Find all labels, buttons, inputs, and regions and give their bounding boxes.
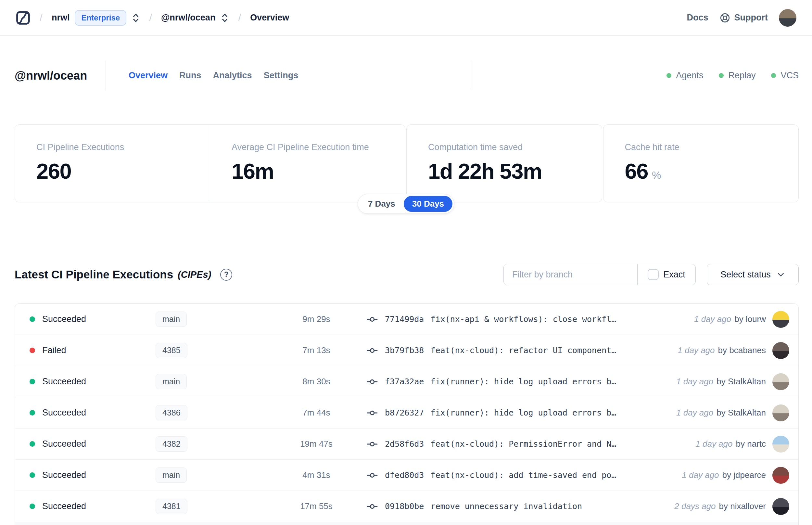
exact-label[interactable]: Exact bbox=[663, 270, 685, 280]
help-icon[interactable]: ? bbox=[220, 269, 232, 281]
author-label: by jdpearce bbox=[722, 470, 766, 480]
status-label: Succeeded bbox=[42, 470, 86, 480]
tab-runs[interactable]: Runs bbox=[179, 71, 201, 80]
status-dot-icon bbox=[667, 73, 671, 78]
cipe-row[interactable]: Succeeded main 4m 31s dfed80d3feat(nx-cl… bbox=[15, 460, 798, 491]
commit-cell: 771499dafix(nx-api & workflows): close w… bbox=[367, 314, 694, 325]
section-title: Latest CI Pipeline Executions bbox=[15, 268, 173, 281]
duration-cell: 19m 47s bbox=[250, 439, 367, 449]
status-dot-icon bbox=[30, 504, 35, 509]
duration-label: 9m 29s bbox=[302, 314, 330, 324]
stat-value: 16m bbox=[232, 160, 395, 182]
git-commit-icon bbox=[367, 407, 378, 418]
enterprise-badge: Enterprise bbox=[75, 10, 126, 26]
time-ago-label: 1 day ago bbox=[682, 470, 719, 480]
duration-cell: 7m 13s bbox=[250, 345, 367, 356]
service-label: Replay bbox=[728, 71, 755, 80]
support-label: Support bbox=[734, 13, 768, 23]
user-avatar[interactable] bbox=[779, 9, 796, 27]
commit-hash: 0918b0be bbox=[385, 501, 424, 511]
branch-badge: 4385 bbox=[156, 343, 187, 358]
commit-cell: dfed80d3feat(nx-cloud): add time-saved e… bbox=[367, 470, 682, 481]
lifebuoy-icon bbox=[719, 12, 731, 24]
duration-cell: 8m 30s bbox=[250, 376, 367, 387]
divider bbox=[472, 61, 472, 91]
top-nav: / nrwl Enterprise / @nrwl/ocean / Overvi… bbox=[0, 0, 812, 36]
status-dot-icon bbox=[719, 73, 724, 78]
date-range-toggle: 7 Days30 Days bbox=[357, 194, 455, 214]
unfold-chevrons-icon bbox=[220, 13, 229, 23]
cipe-row[interactable]: Failed 4385 7m 13s 3b79fb38feat(nx-cloud… bbox=[15, 335, 798, 366]
author-label: by lourw bbox=[734, 314, 766, 324]
commit-cell: 2d58f6d3feat(nx-cloud): PermissionError … bbox=[367, 439, 695, 450]
commit-hash: 2d58f6d3 bbox=[385, 439, 424, 449]
app-logo[interactable] bbox=[16, 10, 31, 25]
tab-analytics[interactable]: Analytics bbox=[213, 71, 252, 80]
commit-text: dfed80d3feat(nx-cloud): add time-saved e… bbox=[385, 470, 616, 480]
commit-cell: b8726327fix(runner): hide log upload err… bbox=[367, 407, 676, 418]
commit-hash: b8726327 bbox=[385, 408, 424, 418]
commit-hash: f37a32ae bbox=[385, 377, 424, 386]
author-avatar bbox=[772, 436, 789, 452]
status-select[interactable]: Select status bbox=[707, 264, 799, 285]
duration-label: 7m 44s bbox=[302, 408, 330, 418]
workspace-selector[interactable]: @nrwl/ocean bbox=[161, 13, 229, 23]
cipe-row[interactable]: Succeeded 4381 17m 55s 0918b0beremove un… bbox=[15, 491, 798, 522]
stat-value: 66% bbox=[625, 160, 789, 182]
range-option-30-days[interactable]: 30 Days bbox=[404, 196, 453, 212]
branch-cell: main bbox=[156, 467, 250, 483]
branch-cell: 4382 bbox=[156, 436, 250, 452]
cipe-row[interactable]: Succeeded 4386 7m 44s b8726327fix(runner… bbox=[15, 397, 798, 429]
duration-label: 8m 30s bbox=[302, 376, 330, 387]
duration-cell: 17m 55s bbox=[250, 501, 367, 511]
service-status-vcs[interactable]: VCS bbox=[771, 71, 799, 80]
status-dot-icon bbox=[30, 348, 35, 353]
git-commit-icon bbox=[367, 345, 378, 356]
status-cell: Failed bbox=[15, 345, 156, 356]
range-option-7-days[interactable]: 7 Days bbox=[359, 196, 404, 212]
meta-cell: 1 day ago by nartc bbox=[695, 436, 798, 452]
docs-link[interactable]: Docs bbox=[687, 13, 708, 23]
meta-cell: 1 day ago by StalkAltan bbox=[676, 404, 798, 421]
status-dot-icon bbox=[30, 441, 35, 447]
branch-badge: main bbox=[156, 467, 187, 483]
author-label: by StalkAltan bbox=[717, 408, 766, 418]
page-title: @nrwl/ocean bbox=[15, 69, 106, 82]
cipe-row[interactable]: Succeeded 4382 19m 47s 2d58f6d3feat(nx-c… bbox=[15, 429, 798, 460]
exact-checkbox[interactable] bbox=[648, 269, 659, 280]
author-label: by StalkAltan bbox=[717, 376, 766, 387]
status-cell: Succeeded bbox=[15, 376, 156, 387]
commit-cell: f37a32aefix(runner): hide log upload err… bbox=[367, 376, 676, 387]
time-ago-label: 1 day ago bbox=[677, 345, 715, 356]
stat-value: 1d 22h 53m bbox=[428, 160, 592, 182]
branch-cell: main bbox=[156, 312, 250, 327]
org-selector[interactable]: nrwl Enterprise bbox=[52, 10, 140, 26]
branch-filter-input[interactable] bbox=[504, 264, 637, 285]
stat-card-group: Cache hit rate 66% bbox=[603, 124, 799, 202]
support-link[interactable]: Support bbox=[719, 12, 768, 24]
git-commit-icon bbox=[367, 470, 378, 481]
service-status-replay[interactable]: Replay bbox=[719, 71, 755, 80]
status-cell: Succeeded bbox=[15, 501, 156, 511]
status-cell: Succeeded bbox=[15, 314, 156, 324]
breadcrumb-separator: / bbox=[238, 12, 241, 24]
service-status-agents[interactable]: Agents bbox=[667, 71, 703, 80]
tab-settings[interactable]: Settings bbox=[264, 71, 298, 80]
commit-text: f37a32aefix(runner): hide log upload err… bbox=[385, 377, 616, 386]
commit-message: fix(nx-api & workflows): close workfl… bbox=[430, 314, 616, 324]
cipe-row[interactable]: Succeeded main 8m 30s f37a32aefix(runner… bbox=[15, 366, 798, 397]
cipe-row[interactable]: Succeeded main 9m 29s 771499dafix(nx-api… bbox=[15, 304, 798, 335]
stat-label: Average CI Pipeline Execution time bbox=[232, 142, 395, 152]
stat-card-computation-time-saved: Computation time saved 1d 22h 53m bbox=[407, 125, 602, 202]
status-cell: Succeeded bbox=[15, 439, 156, 449]
chevron-down-icon bbox=[777, 270, 785, 279]
commit-message: fix(runner): hide log upload errors b… bbox=[430, 377, 616, 386]
branch-cell: 4385 bbox=[156, 343, 250, 358]
commit-text: 0918b0beremove unnecessary invalidation bbox=[385, 501, 582, 511]
author-avatar bbox=[772, 467, 789, 484]
branch-cell: main bbox=[156, 374, 250, 389]
git-commit-icon bbox=[367, 376, 378, 387]
commit-text: 771499dafix(nx-api & workflows): close w… bbox=[385, 314, 616, 324]
author-label: by nixallover bbox=[719, 501, 766, 511]
tab-overview[interactable]: Overview bbox=[128, 71, 168, 80]
